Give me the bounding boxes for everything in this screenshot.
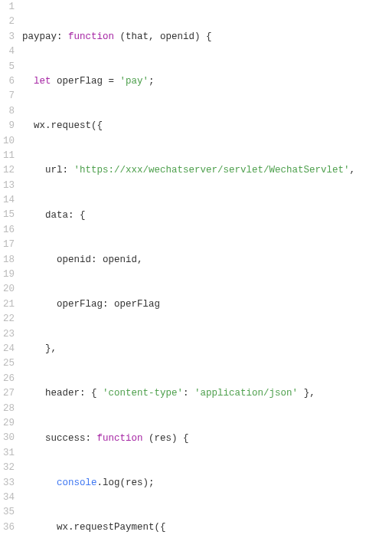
line-number: 6 bbox=[3, 74, 15, 89]
code-container: 1 2 3 4 5 6 7 8 9 10 11 12 13 14 15 16 1… bbox=[0, 0, 392, 535]
line-number: 19 bbox=[3, 268, 15, 282]
code-line[interactable]: url: 'https://xxx/wechatserver/servlet/W… bbox=[22, 163, 392, 178]
line-number: 8 bbox=[3, 104, 15, 119]
line-number: 13 bbox=[3, 179, 15, 193]
code-line[interactable]: openid: openid, bbox=[22, 253, 392, 268]
line-number: 28 bbox=[3, 402, 15, 416]
line-number: 3 bbox=[3, 30, 15, 44]
code-line[interactable]: }, bbox=[22, 342, 392, 356]
line-number: 16 bbox=[3, 223, 15, 238]
line-number: 15 bbox=[3, 208, 15, 222]
code-line[interactable]: success: function (res) { bbox=[22, 432, 392, 446]
line-number: 9 bbox=[3, 119, 15, 133]
line-number: 17 bbox=[3, 238, 15, 252]
line-number: 29 bbox=[3, 416, 15, 431]
code-area[interactable]: paypay: function (that, openid) { let op… bbox=[22, 0, 392, 535]
line-number: 36 bbox=[3, 520, 15, 535]
code-line[interactable]: header: { 'content-type': 'application/j… bbox=[22, 386, 392, 401]
line-number: 20 bbox=[3, 282, 15, 297]
code-line[interactable]: console.log(res); bbox=[22, 476, 392, 491]
line-number: 18 bbox=[3, 253, 15, 268]
line-number: 7 bbox=[3, 89, 15, 103]
line-number: 33 bbox=[3, 476, 15, 491]
line-number: 35 bbox=[3, 505, 15, 520]
code-line[interactable]: let operFlag = 'pay'; bbox=[22, 74, 392, 89]
line-number: 1 bbox=[3, 0, 15, 15]
line-number: 24 bbox=[3, 342, 15, 356]
line-number: 27 bbox=[3, 386, 15, 401]
line-number: 31 bbox=[3, 446, 15, 461]
line-number: 22 bbox=[3, 312, 15, 327]
line-number: 30 bbox=[3, 431, 15, 445]
code-line[interactable]: data: { bbox=[22, 208, 392, 223]
code-line[interactable]: wx.requestPayment({ bbox=[22, 520, 392, 535]
code-line[interactable]: wx.request({ bbox=[22, 119, 392, 133]
code-line[interactable]: operFlag: operFlag bbox=[22, 297, 392, 312]
line-number: 23 bbox=[3, 327, 15, 342]
line-number: 2 bbox=[3, 15, 15, 29]
line-number-gutter: 1 2 3 4 5 6 7 8 9 10 11 12 13 14 15 16 1… bbox=[0, 0, 22, 535]
line-number: 25 bbox=[3, 356, 15, 371]
line-number: 5 bbox=[3, 60, 15, 74]
line-number: 21 bbox=[3, 297, 15, 312]
line-number: 14 bbox=[3, 193, 15, 208]
line-number: 32 bbox=[3, 461, 15, 475]
line-number: 12 bbox=[3, 163, 15, 178]
line-number: 34 bbox=[3, 491, 15, 505]
code-line[interactable]: paypay: function (that, openid) { bbox=[22, 30, 392, 44]
line-number: 10 bbox=[3, 134, 15, 149]
line-number: 26 bbox=[3, 372, 15, 386]
line-number: 11 bbox=[3, 149, 15, 163]
line-number: 4 bbox=[3, 44, 15, 59]
